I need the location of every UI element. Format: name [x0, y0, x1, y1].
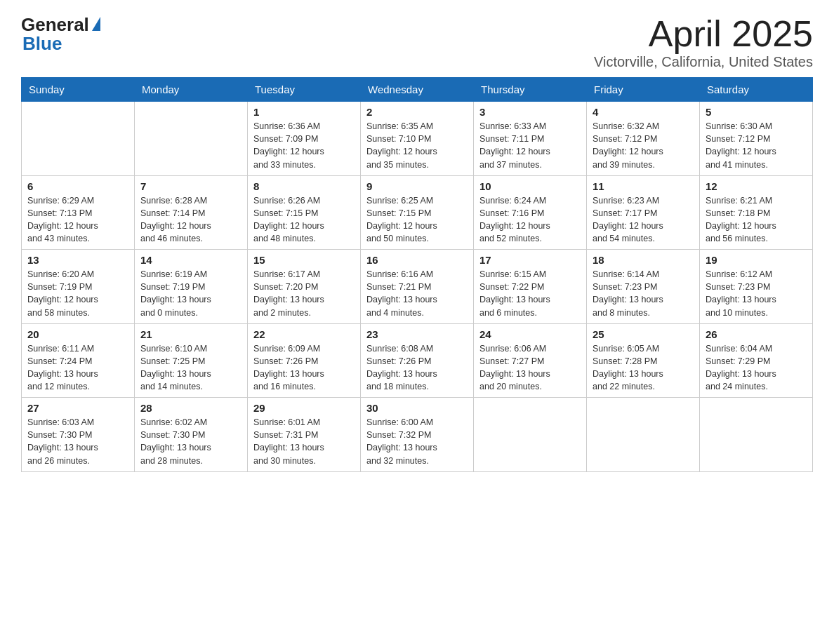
table-row: 26Sunrise: 6:04 AMSunset: 7:29 PMDayligh…	[700, 323, 813, 398]
cell-info-text: Sunrise: 6:29 AMSunset: 7:13 PMDaylight:…	[27, 194, 128, 246]
cell-info-text: Sunrise: 6:21 AMSunset: 7:18 PMDaylight:…	[706, 194, 807, 246]
cell-day-number: 7	[140, 180, 241, 192]
cell-info-text: Sunrise: 6:32 AMSunset: 7:12 PMDaylight:…	[593, 120, 694, 171]
cell-day-number: 29	[253, 402, 355, 414]
table-row	[135, 102, 248, 176]
cell-info-text: Sunrise: 6:30 AMSunset: 7:12 PMDaylight:…	[706, 120, 807, 171]
table-row: 23Sunrise: 6:08 AMSunset: 7:26 PMDayligh…	[361, 323, 474, 398]
cell-day-number: 11	[593, 180, 694, 192]
cell-info-text: Sunrise: 6:23 AMSunset: 7:17 PMDaylight:…	[593, 194, 694, 246]
table-row: 16Sunrise: 6:16 AMSunset: 7:21 PMDayligh…	[361, 250, 474, 324]
table-row: 25Sunrise: 6:05 AMSunset: 7:28 PMDayligh…	[587, 323, 700, 398]
cell-day-number: 5	[706, 106, 807, 118]
col-saturday: Saturday	[700, 78, 813, 102]
cell-info-text: Sunrise: 6:10 AMSunset: 7:25 PMDaylight:…	[140, 342, 241, 394]
table-row: 7Sunrise: 6:28 AMSunset: 7:14 PMDaylight…	[135, 175, 248, 250]
page-title: April 2025	[594, 14, 813, 54]
cell-day-number: 12	[706, 180, 807, 192]
cell-info-text: Sunrise: 6:14 AMSunset: 7:23 PMDaylight:…	[593, 268, 694, 319]
table-row: 15Sunrise: 6:17 AMSunset: 7:20 PMDayligh…	[248, 250, 361, 324]
calendar-week-row: 27Sunrise: 6:03 AMSunset: 7:30 PMDayligh…	[22, 398, 813, 472]
cell-info-text: Sunrise: 6:05 AMSunset: 7:28 PMDaylight:…	[593, 342, 694, 394]
cell-info-text: Sunrise: 6:09 AMSunset: 7:26 PMDaylight:…	[253, 342, 355, 394]
table-row: 19Sunrise: 6:12 AMSunset: 7:23 PMDayligh…	[700, 250, 813, 324]
title-block: April 2025 Victorville, California, Unit…	[594, 14, 813, 70]
table-row: 1Sunrise: 6:36 AMSunset: 7:09 PMDaylight…	[248, 102, 361, 176]
cell-day-number: 19	[706, 254, 807, 266]
cell-info-text: Sunrise: 6:17 AMSunset: 7:20 PMDaylight:…	[253, 268, 355, 319]
table-row: 28Sunrise: 6:02 AMSunset: 7:30 PMDayligh…	[135, 398, 248, 472]
page-header: General Blue April 2025 Victorville, Cal…	[21, 14, 813, 70]
page-subtitle: Victorville, California, United States	[594, 54, 813, 70]
cell-day-number: 20	[27, 328, 128, 340]
cell-day-number: 4	[593, 106, 694, 118]
calendar-header-row: Sunday Monday Tuesday Wednesday Thursday…	[22, 78, 813, 102]
cell-info-text: Sunrise: 6:11 AMSunset: 7:24 PMDaylight:…	[27, 342, 128, 394]
cell-day-number: 16	[366, 254, 468, 266]
cell-day-number: 21	[140, 328, 241, 340]
calendar-week-row: 1Sunrise: 6:36 AMSunset: 7:09 PMDaylight…	[22, 102, 813, 176]
col-thursday: Thursday	[474, 78, 587, 102]
cell-day-number: 27	[27, 402, 128, 414]
table-row: 17Sunrise: 6:15 AMSunset: 7:22 PMDayligh…	[474, 250, 587, 324]
cell-info-text: Sunrise: 6:15 AMSunset: 7:22 PMDaylight:…	[479, 268, 581, 319]
table-row: 10Sunrise: 6:24 AMSunset: 7:16 PMDayligh…	[474, 175, 587, 250]
cell-info-text: Sunrise: 6:25 AMSunset: 7:15 PMDaylight:…	[366, 194, 468, 246]
table-row: 20Sunrise: 6:11 AMSunset: 7:24 PMDayligh…	[22, 323, 135, 398]
cell-info-text: Sunrise: 6:28 AMSunset: 7:14 PMDaylight:…	[140, 194, 241, 246]
table-row: 22Sunrise: 6:09 AMSunset: 7:26 PMDayligh…	[248, 323, 361, 398]
cell-info-text: Sunrise: 6:08 AMSunset: 7:26 PMDaylight:…	[366, 342, 468, 394]
calendar-table: Sunday Monday Tuesday Wednesday Thursday…	[21, 77, 813, 472]
table-row: 2Sunrise: 6:35 AMSunset: 7:10 PMDaylight…	[361, 102, 474, 176]
col-monday: Monday	[135, 78, 248, 102]
table-row: 5Sunrise: 6:30 AMSunset: 7:12 PMDaylight…	[700, 102, 813, 176]
cell-day-number: 3	[479, 106, 581, 118]
table-row: 11Sunrise: 6:23 AMSunset: 7:17 PMDayligh…	[587, 175, 700, 250]
table-row: 14Sunrise: 6:19 AMSunset: 7:19 PMDayligh…	[135, 250, 248, 324]
table-row: 24Sunrise: 6:06 AMSunset: 7:27 PMDayligh…	[474, 323, 587, 398]
table-row	[700, 398, 813, 472]
cell-day-number: 1	[253, 106, 355, 118]
cell-info-text: Sunrise: 6:03 AMSunset: 7:30 PMDaylight:…	[27, 416, 128, 467]
table-row	[587, 398, 700, 472]
table-row: 13Sunrise: 6:20 AMSunset: 7:19 PMDayligh…	[22, 250, 135, 324]
logo-triangle-icon	[92, 17, 100, 31]
cell-info-text: Sunrise: 6:20 AMSunset: 7:19 PMDaylight:…	[27, 268, 128, 319]
table-row: 4Sunrise: 6:32 AMSunset: 7:12 PMDaylight…	[587, 102, 700, 176]
cell-day-number: 30	[366, 402, 468, 414]
table-row	[474, 398, 587, 472]
calendar-week-row: 20Sunrise: 6:11 AMSunset: 7:24 PMDayligh…	[22, 323, 813, 398]
cell-info-text: Sunrise: 6:26 AMSunset: 7:15 PMDaylight:…	[253, 194, 355, 246]
calendar-week-row: 6Sunrise: 6:29 AMSunset: 7:13 PMDaylight…	[22, 175, 813, 250]
logo-blue-text: Blue	[22, 33, 62, 55]
table-row: 12Sunrise: 6:21 AMSunset: 7:18 PMDayligh…	[700, 175, 813, 250]
col-wednesday: Wednesday	[361, 78, 474, 102]
col-sunday: Sunday	[22, 78, 135, 102]
cell-info-text: Sunrise: 6:01 AMSunset: 7:31 PMDaylight:…	[253, 416, 355, 467]
table-row: 29Sunrise: 6:01 AMSunset: 7:31 PMDayligh…	[248, 398, 361, 472]
table-row: 21Sunrise: 6:10 AMSunset: 7:25 PMDayligh…	[135, 323, 248, 398]
table-row: 8Sunrise: 6:26 AMSunset: 7:15 PMDaylight…	[248, 175, 361, 250]
table-row: 3Sunrise: 6:33 AMSunset: 7:11 PMDaylight…	[474, 102, 587, 176]
logo: General Blue	[21, 14, 100, 55]
calendar-week-row: 13Sunrise: 6:20 AMSunset: 7:19 PMDayligh…	[22, 250, 813, 324]
cell-day-number: 10	[479, 180, 581, 192]
cell-info-text: Sunrise: 6:06 AMSunset: 7:27 PMDaylight:…	[479, 342, 581, 394]
cell-info-text: Sunrise: 6:24 AMSunset: 7:16 PMDaylight:…	[479, 194, 581, 246]
table-row: 27Sunrise: 6:03 AMSunset: 7:30 PMDayligh…	[22, 398, 135, 472]
col-tuesday: Tuesday	[248, 78, 361, 102]
cell-info-text: Sunrise: 6:16 AMSunset: 7:21 PMDaylight:…	[366, 268, 468, 319]
cell-info-text: Sunrise: 6:04 AMSunset: 7:29 PMDaylight:…	[706, 342, 807, 394]
cell-day-number: 23	[366, 328, 468, 340]
table-row: 18Sunrise: 6:14 AMSunset: 7:23 PMDayligh…	[587, 250, 700, 324]
cell-day-number: 2	[366, 106, 468, 118]
cell-day-number: 24	[479, 328, 581, 340]
cell-info-text: Sunrise: 6:35 AMSunset: 7:10 PMDaylight:…	[366, 120, 468, 171]
cell-day-number: 15	[253, 254, 355, 266]
table-row: 9Sunrise: 6:25 AMSunset: 7:15 PMDaylight…	[361, 175, 474, 250]
table-row: 30Sunrise: 6:00 AMSunset: 7:32 PMDayligh…	[361, 398, 474, 472]
table-row: 6Sunrise: 6:29 AMSunset: 7:13 PMDaylight…	[22, 175, 135, 250]
cell-day-number: 14	[140, 254, 241, 266]
cell-info-text: Sunrise: 6:19 AMSunset: 7:19 PMDaylight:…	[140, 268, 241, 319]
cell-info-text: Sunrise: 6:00 AMSunset: 7:32 PMDaylight:…	[366, 416, 468, 467]
